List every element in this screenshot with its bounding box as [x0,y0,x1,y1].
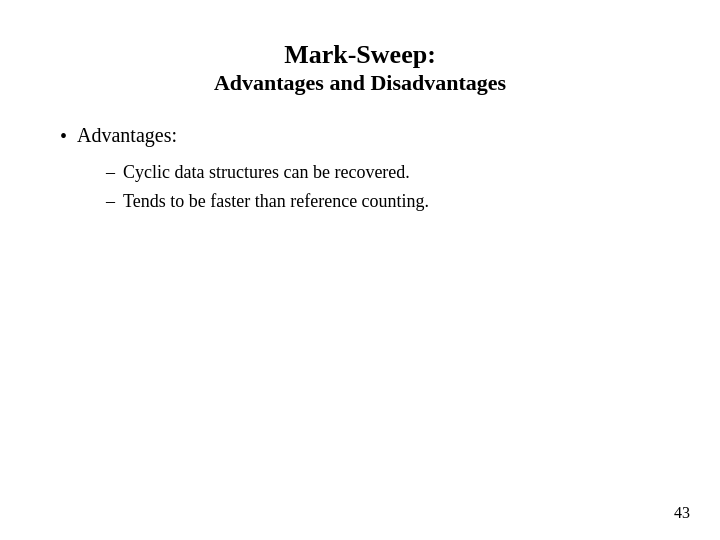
title-line2: Advantages and Disadvantages [60,70,660,96]
advantages-label: Advantages: [77,124,177,147]
sub-text-1: Cyclic data structures can be recovered. [123,162,410,183]
sub-bullets-list: – Cyclic data structures can be recovere… [106,162,660,212]
content-section: • Advantages: – Cyclic data structures c… [60,124,660,212]
sub-bullet-2: – Tends to be faster than reference coun… [106,191,660,212]
bullet-dot: • [60,125,67,148]
sub-dash-2: – [106,191,115,212]
slide-number: 43 [674,504,690,522]
sub-bullet-1: – Cyclic data structures can be recovere… [106,162,660,183]
sub-text-2: Tends to be faster than reference counti… [123,191,429,212]
advantages-bullet: • Advantages: [60,124,660,148]
sub-dash-1: – [106,162,115,183]
slide-title: Mark-Sweep: Advantages and Disadvantages [60,40,660,96]
title-line1: Mark-Sweep: [60,40,660,70]
slide: Mark-Sweep: Advantages and Disadvantages… [0,0,720,540]
